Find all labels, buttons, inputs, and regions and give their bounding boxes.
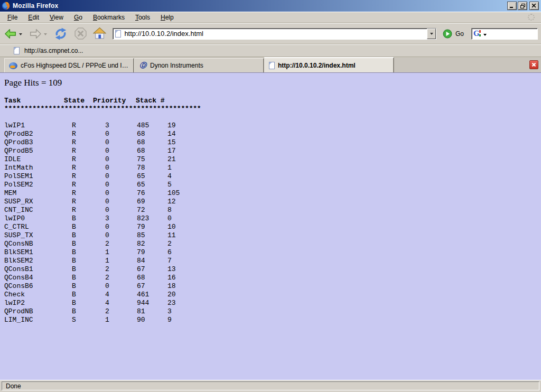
- cell-state: B: [72, 248, 76, 256]
- cell-stack: 90: [137, 316, 145, 324]
- cell-stack: 81: [137, 307, 145, 315]
- firefox-logo-icon: [2, 2, 10, 10]
- cell-state: R: [72, 206, 76, 214]
- menu-help[interactable]: Help: [155, 12, 179, 23]
- cell-stack: 461: [137, 291, 149, 298]
- restore-icon: [520, 4, 525, 8]
- menu-tools[interactable]: Tools: [130, 12, 155, 23]
- menu-file[interactable]: File: [2, 12, 23, 23]
- cell-priority: 2: [105, 307, 109, 315]
- cell-priority: 2: [105, 265, 109, 273]
- cell-state: B: [72, 265, 76, 273]
- cell-stack: 65: [137, 181, 145, 189]
- minimize-button[interactable]: [507, 2, 517, 10]
- tab-dynon[interactable]: Dynon Instruments: [134, 58, 264, 72]
- cell-state: R: [72, 122, 76, 129]
- column-header: Stack #: [136, 97, 165, 105]
- close-tab-button[interactable]: [529, 60, 538, 69]
- minimize-icon: [510, 4, 514, 8]
- table-row: PolSEM1R0654: [0, 172, 541, 181]
- titlebar: Mozilla Firefox: [0, 0, 541, 12]
- cell-state: B: [72, 282, 76, 290]
- cell-stack: 68: [137, 274, 145, 282]
- url-dropdown-button[interactable]: [427, 29, 436, 39]
- cell-priority: 0: [105, 147, 109, 155]
- cell-task: SUSP_TX: [4, 231, 33, 239]
- cell-task: QConsB4: [4, 274, 33, 282]
- status-text: Done: [6, 382, 21, 390]
- back-icon: [4, 27, 17, 40]
- bookmark-item[interactable]: http://as.cmpnet.co...: [24, 47, 83, 54]
- table-row: CNT_INCR0728: [0, 206, 541, 214]
- stop-button[interactable]: [73, 26, 88, 41]
- cell-task: QProdB2: [4, 130, 33, 138]
- cell-num: 105: [167, 189, 180, 197]
- table-row: QConsNBB2822: [0, 240, 541, 248]
- cell-state: R: [72, 198, 76, 206]
- menu-bookmarks[interactable]: Bookmarks: [88, 12, 130, 23]
- menu-edit[interactable]: Edit: [23, 12, 44, 23]
- cell-state: B: [72, 214, 76, 222]
- cell-stack: 82: [137, 240, 145, 248]
- cell-stack: 944: [137, 299, 149, 307]
- forward-dropdown[interactable]: [44, 33, 47, 37]
- cell-task: QProdB5: [4, 147, 33, 155]
- cell-stack: 68: [137, 147, 145, 155]
- tab-page[interactable]: http://10.0.10.2/index.html: [264, 57, 394, 72]
- menu-view[interactable]: View: [44, 12, 69, 23]
- back-button[interactable]: [3, 26, 18, 41]
- url-bar[interactable]: [113, 28, 436, 40]
- navigation-toolbar: Go G: [0, 23, 541, 44]
- home-button[interactable]: [92, 26, 107, 41]
- tab-label: cFos Highspeed DSL / PPPoE und ISDN CAP.…: [21, 62, 129, 69]
- menubar-items: FileEditViewGoBookmarksToolsHelp: [2, 12, 179, 23]
- table-row: QProdB3R06815: [0, 138, 541, 147]
- search-input[interactable]: [487, 30, 536, 38]
- menu-go[interactable]: Go: [69, 12, 88, 23]
- cell-num: 20: [167, 291, 176, 298]
- column-header: Task: [4, 97, 21, 105]
- cell-state: B: [72, 299, 76, 307]
- cell-priority: 0: [105, 223, 109, 231]
- menubar: FileEditViewGoBookmarksToolsHelp: [0, 12, 541, 23]
- status-bar: Done: [0, 380, 541, 392]
- cell-state: R: [72, 138, 76, 146]
- reload-button[interactable]: [53, 26, 69, 42]
- cell-task: LIM_INC: [4, 316, 33, 324]
- cell-task: BlkSEM2: [4, 257, 33, 265]
- forward-button[interactable]: [28, 26, 43, 41]
- tab-cfos[interactable]: cFos Highspeed DSL / PPPoE und ISDN CAP.…: [4, 58, 134, 72]
- cell-state: R: [72, 189, 76, 197]
- tab-strip: cFos Highspeed DSL / PPPoE und ISDN CAP.…: [0, 57, 541, 73]
- url-input[interactable]: [121, 29, 427, 39]
- close-button[interactable]: [529, 2, 539, 10]
- cell-num: 8: [167, 206, 172, 214]
- cell-priority: 0: [105, 206, 109, 214]
- cell-priority: 0: [105, 130, 109, 138]
- cell-stack: 69: [137, 198, 145, 206]
- window-title: Mozilla Firefox: [13, 2, 58, 10]
- go-button[interactable]: Go: [443, 29, 464, 39]
- cell-num: 1: [167, 164, 172, 172]
- cell-state: B: [72, 291, 76, 298]
- table-row: QProdB5R06817: [0, 147, 541, 155]
- forward-icon: [29, 27, 42, 40]
- cell-state: R: [72, 164, 76, 172]
- cell-task: PolSEM1: [4, 172, 33, 180]
- table-row: LIM_INCS1909: [0, 316, 541, 324]
- restore-button[interactable]: [518, 2, 527, 10]
- cell-task: lwIP2: [4, 299, 25, 307]
- table-row: CheckB446120: [0, 291, 541, 299]
- cell-num: 6: [167, 248, 172, 256]
- cell-stack: 75: [137, 155, 145, 163]
- cell-task: lwIP1: [4, 122, 25, 129]
- cell-task: C_CTRL: [4, 223, 29, 231]
- back-dropdown[interactable]: [19, 33, 22, 37]
- search-bar[interactable]: G: [471, 28, 538, 40]
- cell-stack: 72: [137, 206, 145, 214]
- cell-stack: 68: [137, 138, 145, 146]
- reload-icon: [54, 27, 68, 41]
- cell-num: 10: [167, 223, 176, 231]
- table-row: PolSEM2R0655: [0, 181, 541, 189]
- cell-num: 18: [167, 282, 176, 290]
